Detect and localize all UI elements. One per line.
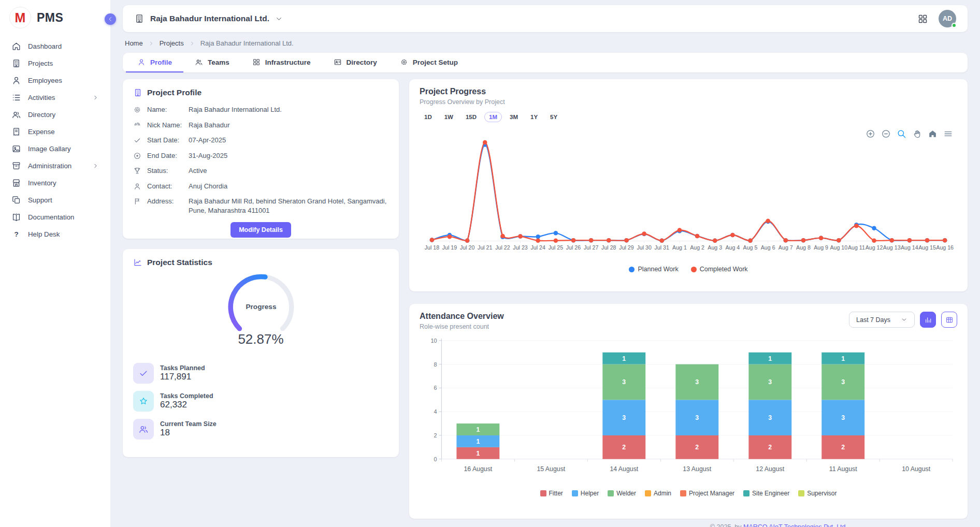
svg-text:1: 1 [476, 438, 480, 445]
user-avatar[interactable]: AD [939, 10, 956, 27]
online-status-dot [952, 23, 957, 28]
avatar-initials: AD [943, 15, 952, 22]
range-1w[interactable]: 1W [440, 112, 458, 122]
svg-text:Aug 6: Aug 6 [761, 244, 775, 251]
tab-label: Profile [150, 58, 172, 66]
home-solid-icon[interactable] [928, 129, 938, 139]
profile-card-title: Project Profile [133, 88, 388, 97]
company-selector[interactable]: Raja Bahadur International Ltd. [134, 13, 283, 24]
range-5y[interactable]: 5Y [545, 112, 562, 122]
sidebar-item-support[interactable]: Support [0, 192, 110, 209]
statistics-title-text: Project Statistics [147, 258, 212, 267]
svg-text:10: 10 [430, 338, 437, 344]
sidebar-item-label: Directory [28, 111, 55, 119]
breadcrumb-item: Raja Bahadur International Ltd. [200, 39, 294, 47]
app-logo[interactable]: M PMS [0, 0, 110, 34]
company-name: Raja Bahadur International Ltd. [150, 14, 269, 23]
header-bar: Raja Bahadur International Ltd. AD [123, 5, 968, 32]
breadcrumb: HomeProjectsRaja Bahadur International L… [125, 39, 965, 47]
tab-directory[interactable]: Directory [322, 53, 388, 72]
home-icon [11, 41, 21, 51]
sidebar-item-projects[interactable]: Projects [0, 55, 110, 72]
svg-text:1: 1 [841, 355, 845, 362]
sidebar-item-label: Employees [28, 77, 62, 84]
hand-icon[interactable] [912, 129, 922, 139]
profile-field-contact: Contact:Anuj Chordia [133, 182, 388, 191]
legend-item-welder[interactable]: Welder [608, 490, 636, 497]
menu-icon[interactable] [943, 129, 953, 139]
sidebar: M PMS DashboardProjectsEmployeesActiviti… [0, 0, 110, 527]
range-1y[interactable]: 1Y [526, 112, 542, 122]
legend-item-admin[interactable]: Admin [645, 490, 671, 497]
legend-item-completed-work[interactable]: Completed Work [691, 266, 748, 273]
field-value: 31-Aug-2025 [189, 151, 388, 160]
svg-text:Jul 24: Jul 24 [530, 244, 545, 251]
sidebar-item-documentation[interactable]: Documentation [0, 209, 110, 226]
svg-text:Aug 8: Aug 8 [796, 244, 811, 251]
apps-grid-icon[interactable] [917, 13, 928, 24]
magnifier-icon[interactable] [897, 129, 906, 139]
profile-field-start-date: Start Date:07-Apr-2025 [133, 136, 388, 145]
sidebar-item-label: Documentation [28, 213, 74, 221]
legend-item-project-manager[interactable]: Project Manager [680, 490, 734, 497]
tab-profile[interactable]: Profile [126, 53, 183, 72]
table-view-button[interactable] [941, 312, 957, 328]
legend-item-planned-work[interactable]: Planned Work [629, 266, 678, 273]
range-3m[interactable]: 3M [505, 112, 523, 122]
sidebar-item-image-gallary[interactable]: Image Gallary [0, 140, 110, 157]
progress-gauge: Progress [222, 271, 300, 338]
flag-icon [133, 197, 141, 206]
breadcrumb-item[interactable]: Home [125, 39, 143, 47]
field-label: Contact: [147, 182, 189, 191]
sidebar-item-expense[interactable]: Expense [0, 123, 110, 140]
tab-infrastructure[interactable]: Infrastructure [241, 53, 322, 72]
building-icon [11, 58, 21, 68]
svg-text:Jul 28: Jul 28 [601, 244, 616, 251]
tab-teams[interactable]: Teams [183, 53, 241, 72]
legend-item-supervisor[interactable]: Supervisor [798, 490, 837, 497]
svg-text:Jul 18: Jul 18 [425, 244, 439, 251]
svg-text:16 August: 16 August [464, 465, 492, 473]
svg-text:Jul 29: Jul 29 [619, 244, 633, 251]
range-1d[interactable]: 1D [420, 112, 437, 122]
range-1m[interactable]: 1M [484, 112, 502, 122]
stat-value: 18 [160, 428, 170, 437]
legend-item-fitter[interactable]: Fitter [540, 490, 563, 497]
sidebar-item-help-desk[interactable]: ?Help Desk [0, 226, 110, 243]
range-15d[interactable]: 15D [461, 112, 481, 122]
sidebar-item-inventory[interactable]: Inventory [0, 174, 110, 192]
sidebar-item-administration[interactable]: Administration [0, 157, 110, 174]
sidebar-item-dashboard[interactable]: Dashboard [0, 38, 110, 55]
svg-text:2: 2 [841, 444, 845, 451]
sidebar-nav: DashboardProjectsEmployeesActivitiesDire… [0, 38, 110, 243]
field-value: Raja Bahadur Mill Rd, behind Sheraton Gr… [189, 197, 388, 215]
tab-label: Infrastructure [265, 58, 311, 66]
legend-item-helper[interactable]: Helper [572, 490, 599, 497]
zoom-in-icon[interactable] [866, 129, 875, 139]
svg-text:2: 2 [434, 432, 437, 438]
sidebar-item-employees[interactable]: Employees [0, 72, 110, 89]
period-dropdown[interactable]: Last 7 Days [849, 312, 915, 328]
attendance-subtitle: Role-wise present count [420, 323, 504, 330]
stat-value: 62,332 [160, 400, 187, 409]
modify-details-button[interactable]: Modify Details [230, 222, 291, 238]
project-profile-card: Project Profile Name:Raja Bahadur Intern… [123, 79, 399, 239]
legend-item-site-engineer[interactable]: Site Engineer [743, 490, 789, 497]
building-icon [134, 13, 145, 24]
sidebar-item-activities[interactable]: Activities [0, 89, 110, 106]
breadcrumb-item[interactable]: Projects [160, 39, 184, 47]
sidebar-item-label: Expense [28, 128, 55, 136]
svg-text:6: 6 [434, 385, 437, 391]
tab-project-setup[interactable]: Project Setup [388, 53, 469, 72]
archive-icon [11, 161, 21, 171]
people-icon [133, 419, 154, 440]
copy-icon [11, 195, 21, 205]
sidebar-collapse-button[interactable] [105, 13, 116, 25]
bar-view-button[interactable] [920, 312, 936, 328]
sidebar-item-directory[interactable]: Directory [0, 106, 110, 123]
chevron-right-icon [92, 94, 99, 101]
footer-company-link[interactable]: MARCO AIoT Technologies Pvt. Ltd. [743, 523, 847, 527]
people-icon [11, 110, 21, 120]
sidebar-item-label: Help Desk [28, 230, 60, 238]
zoom-out-icon[interactable] [881, 129, 891, 139]
